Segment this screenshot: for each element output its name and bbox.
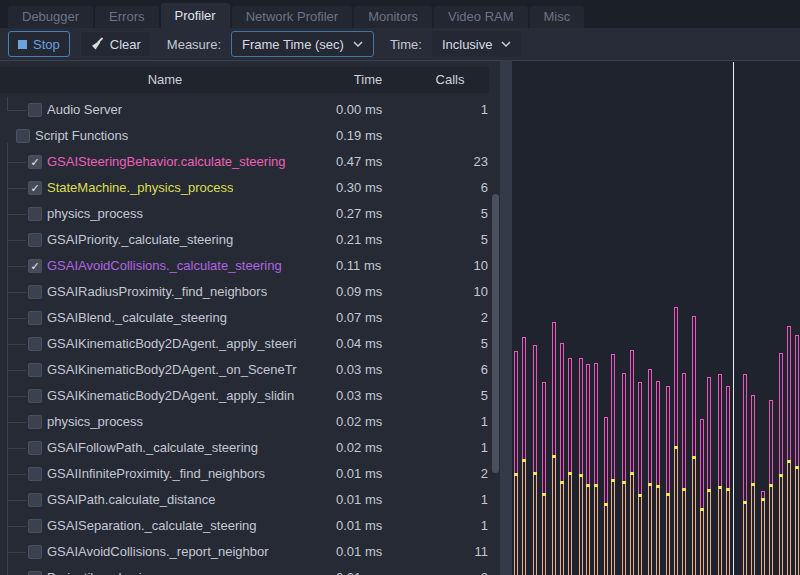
graph-bar-overlap: [594, 484, 598, 575]
table-row[interactable]: GSAIInfiniteProximity._find_neighbors0.0…: [0, 461, 500, 487]
vertical-scrollbar-thumb[interactable]: [492, 194, 499, 473]
row-calls-value: 6: [408, 357, 488, 383]
measure-dropdown[interactable]: Frame Time (sec): [231, 31, 374, 57]
tab-debugger[interactable]: Debugger: [8, 6, 93, 28]
graph-bar-yellow-tick: [666, 493, 670, 496]
tab-monitors[interactable]: Monitors: [354, 6, 432, 28]
row-checkbox-checked[interactable]: ✓: [28, 259, 42, 273]
graph-bar-yellow-tick: [726, 488, 730, 491]
row-checkbox[interactable]: [28, 545, 42, 559]
table-row[interactable]: GSAIKinematicBody2DAgent._apply_slidin0.…: [0, 383, 500, 409]
table-row[interactable]: Projectile._physics_process0.01 ms2: [0, 565, 500, 575]
row-function-name: GSAIBlend._calculate_steering: [47, 305, 227, 331]
graph-bar-overlap: [552, 455, 556, 575]
time-dropdown-value: Inclusive: [442, 37, 493, 52]
row-time-value: 0.09 ms: [336, 279, 382, 305]
row-time-value: 0.02 ms: [336, 409, 382, 435]
table-row[interactable]: Script Functions0.19 ms: [0, 123, 500, 149]
graph-bar-overlap: [514, 473, 518, 575]
graph-bar-yellow-tick: [542, 493, 546, 496]
graph-bar-yellow-tick: [751, 483, 755, 486]
row-checkbox[interactable]: [28, 493, 42, 507]
stop-button[interactable]: Stop: [8, 31, 70, 57]
tree-guide-stub: [7, 344, 26, 345]
row-calls-value: 2: [408, 461, 488, 487]
table-row[interactable]: GSAIPriority._calculate_steering0.21 ms5: [0, 227, 500, 253]
tree-guide-stub: [7, 110, 26, 111]
column-header-name[interactable]: Name: [0, 67, 330, 93]
row-checkbox[interactable]: [28, 519, 42, 533]
frame-time-graph[interactable]: [512, 60, 800, 575]
row-checkbox[interactable]: [28, 415, 42, 429]
table-row[interactable]: GSAIPath.calculate_distance0.01 ms1: [0, 487, 500, 513]
row-checkbox[interactable]: [28, 571, 42, 575]
row-checkbox[interactable]: [28, 389, 42, 403]
tab-video-ram[interactable]: Video RAM: [434, 6, 528, 28]
tree-guide-stub: [7, 214, 26, 215]
row-checkbox[interactable]: [28, 311, 42, 325]
graph-bar-overlap: [648, 483, 652, 575]
row-checkbox[interactable]: [28, 207, 42, 221]
graph-bar-overlap: [692, 456, 696, 575]
table-row[interactable]: GSAISeparation._calculate_steering0.01 m…: [0, 513, 500, 539]
row-checkbox[interactable]: [16, 129, 30, 143]
graph-bar-yellow-tick: [674, 446, 678, 449]
graph-bar-yellow-tick: [682, 488, 686, 491]
table-row[interactable]: GSAIRadiusProximity._find_neighbors0.09 …: [0, 279, 500, 305]
table-row[interactable]: physics_process0.02 ms1: [0, 409, 500, 435]
row-checkbox[interactable]: [28, 103, 42, 117]
tab-errors[interactable]: Errors: [95, 6, 158, 28]
row-checkbox[interactable]: [28, 337, 42, 351]
table-row[interactable]: ✓GSAISteeringBehavior.calculate_steering…: [0, 149, 500, 175]
table-row[interactable]: GSAIBlend._calculate_steering0.07 ms2: [0, 305, 500, 331]
table-row[interactable]: physics_process0.27 ms5: [0, 201, 500, 227]
row-calls-value: 1: [408, 97, 488, 123]
row-calls-value: 10: [408, 253, 488, 279]
tab-network-profiler[interactable]: Network Profiler: [232, 6, 352, 28]
tree-guide-stub: [7, 552, 26, 553]
column-header-calls[interactable]: Calls: [410, 67, 490, 93]
tree-guide-stub: [7, 474, 26, 475]
row-checkbox[interactable]: [28, 441, 42, 455]
measure-label: Measure:: [167, 37, 221, 52]
row-calls-value: 1: [408, 435, 488, 461]
graph-bar-yellow-tick: [622, 481, 626, 484]
graph-bar-overlap: [604, 503, 608, 575]
profiler-function-table: Name Time Calls Audio Server0.00 ms1Scri…: [0, 60, 500, 575]
row-checkbox-checked[interactable]: ✓: [28, 181, 42, 195]
row-checkbox[interactable]: [28, 363, 42, 377]
tree-guide-stub: [7, 422, 26, 423]
table-row[interactable]: GSAIFollowPath._calculate_steering0.02 m…: [0, 435, 500, 461]
graph-bar-overlap: [579, 474, 583, 575]
row-time-value: 0.01 ms: [336, 565, 382, 575]
table-row[interactable]: GSAIKinematicBody2DAgent._on_SceneTr0.03…: [0, 357, 500, 383]
clear-button[interactable]: Clear: [80, 31, 151, 57]
row-function-name: GSAIFollowPath._calculate_steering: [47, 435, 258, 461]
row-checkbox[interactable]: [28, 233, 42, 247]
graph-bar-overlap: [568, 472, 572, 575]
panel-splitter[interactable]: [500, 60, 512, 575]
table-row[interactable]: ✓StateMachine._physics_process0.30 ms6: [0, 175, 500, 201]
table-row[interactable]: GSAIKinematicBody2DAgent._apply_steeri0.…: [0, 331, 500, 357]
row-calls-value: 1: [408, 487, 488, 513]
row-calls-value: 23: [408, 149, 488, 175]
row-function-name: StateMachine._physics_process: [47, 175, 233, 201]
column-header-time[interactable]: Time: [330, 67, 406, 93]
table-row[interactable]: Audio Server0.00 ms1: [0, 97, 500, 123]
row-function-name: GSAIKinematicBody2DAgent._apply_steeri: [47, 331, 296, 357]
table-row[interactable]: GSAIAvoidCollisions._report_neighbor0.01…: [0, 539, 500, 565]
tree-guide-stub: [7, 266, 26, 267]
table-row[interactable]: ✓GSAIAvoidCollisions._calculate_steering…: [0, 253, 500, 279]
row-time-value: 0.47 ms: [336, 149, 382, 175]
measure-dropdown-value: Frame Time (sec): [242, 37, 344, 52]
time-dropdown[interactable]: Inclusive: [432, 31, 522, 57]
graph-bar-yellow-tick: [586, 484, 590, 487]
row-checkbox[interactable]: [28, 285, 42, 299]
tab-profiler[interactable]: Profiler: [161, 3, 230, 28]
chevron-down-icon: [501, 41, 511, 47]
graph-bar-yellow-tick: [611, 479, 615, 482]
tab-misc[interactable]: Misc: [530, 6, 585, 28]
row-checkbox-checked[interactable]: ✓: [28, 155, 42, 169]
row-checkbox[interactable]: [28, 467, 42, 481]
debugger-tab-bar: DebuggerErrorsProfilerNetwork ProfilerMo…: [0, 0, 800, 28]
